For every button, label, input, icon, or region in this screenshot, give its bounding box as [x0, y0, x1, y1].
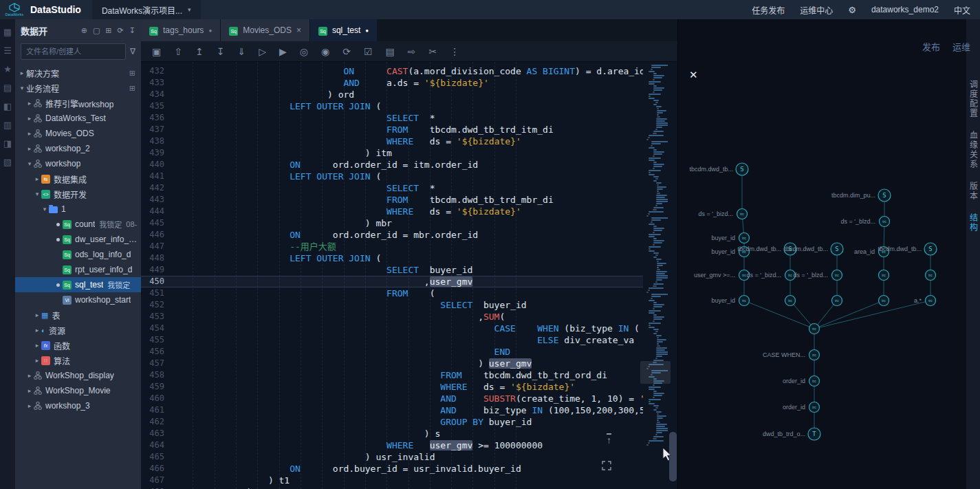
scrollbar-thumb[interactable] [669, 432, 677, 481]
scroll-to-top-button[interactable]: ↑ [607, 433, 611, 446]
tree-item[interactable]: ▸WorkShop_Movie [15, 383, 141, 398]
fullscreen-button[interactable] [602, 461, 611, 472]
dag-node[interactable]: trcorder_id [783, 402, 820, 413]
chevron-down-icon[interactable]: ▾ [41, 206, 49, 213]
code-line[interactable]: 435 LEFT OUTER JOIN ( [141, 100, 643, 112]
tree-item[interactable]: Sqods_log_info_d [15, 247, 141, 262]
code-line[interactable]: 456 END [141, 346, 643, 358]
menu-ops-center[interactable]: 运维中心 [800, 4, 833, 16]
tree-item[interactable]: ▸workshop_3 [15, 398, 141, 413]
code-line[interactable]: 467 ) t1 [141, 475, 643, 486]
chevron-right-icon[interactable]: ▸ [33, 342, 41, 349]
code-line[interactable]: 443 FROM tbcdm.dwd_tb_trd_mbr_di [141, 194, 643, 206]
chevron-right-icon[interactable]: ▸ [25, 145, 34, 152]
dag-node[interactable]: trca.* [914, 296, 936, 306]
dag-node[interactable]: trcorder_id [783, 376, 820, 387]
dag-node[interactable]: trc [809, 324, 820, 334]
minimap-viewport[interactable] [640, 361, 671, 384]
tree-item[interactable]: ▸DataWorks_Test [15, 111, 141, 126]
ops-button[interactable]: 运维 [952, 40, 970, 53]
code-line[interactable]: 459 WHERE ds = '${bizdate}' [141, 381, 643, 393]
chevron-down-icon[interactable]: ▾ [33, 191, 41, 197]
tab-scheduling-config[interactable]: 调度配置 [968, 80, 979, 118]
close-tab-icon[interactable]: × [296, 25, 301, 35]
tree-item[interactable]: Sqrpt_user_info_d [15, 262, 141, 277]
clone-icon[interactable]: ↧ [217, 47, 225, 56]
code-line[interactable]: 450 ,user_gmv [141, 276, 643, 287]
tree-item[interactable]: ▸◐资源 [15, 323, 141, 338]
stop-icon[interactable]: ◉ [321, 47, 329, 56]
reload-icon[interactable]: ⟳ [342, 47, 351, 56]
code-line[interactable]: 466 ON ord.buyer_id = usr_invalid.buyer_… [141, 463, 643, 475]
grid-icon[interactable]: ⊞ [129, 69, 141, 78]
tree-item[interactable]: ▸解决方案⊞ [15, 65, 141, 80]
dag-node[interactable]: Stbcdm.dwd_tb... [689, 163, 748, 175]
docs-icon[interactable]: ▤ [3, 83, 12, 92]
project-selector[interactable]: DataWorks演示项目... ▾ [92, 0, 201, 19]
code-line[interactable]: 436 SELECT * [141, 112, 643, 124]
code-line[interactable]: 446 ON ord.order_id = mbr.order_id [141, 229, 643, 241]
dag-node[interactable]: trcds = '_blzd... [794, 270, 842, 281]
panel-right-icon[interactable]: ◨ [3, 139, 12, 148]
dag-node[interactable]: trcds = '_blzd... [841, 217, 890, 227]
code-line[interactable]: 451 FROM ( [141, 287, 643, 299]
code-line[interactable]: 468 ) t2 [141, 486, 643, 489]
account-name[interactable]: dataworks_demo2 [871, 5, 939, 14]
dag-node[interactable]: trc [879, 296, 889, 306]
run-icon[interactable]: ▷ [259, 47, 266, 56]
minimap[interactable] [643, 62, 668, 489]
code-line[interactable]: 463 ) s [141, 428, 643, 439]
menu-task-publish[interactable]: 任务发布 [752, 4, 785, 16]
code-line[interactable]: 438 WHERE ds = '${bizdate}' [141, 135, 643, 147]
code-line[interactable]: 444 WHERE ds = '${bizdate}' [141, 206, 643, 217]
code-line[interactable]: 461 AND biz_type IN (100,150,200,300,5 [141, 404, 643, 416]
code-line[interactable]: 453 ,SUM( [141, 311, 643, 323]
panel-left-icon[interactable]: ◧ [3, 102, 12, 111]
steal-lock-icon[interactable]: ↥ [195, 47, 204, 56]
tree-item[interactable]: ▸fx函数 [15, 338, 141, 353]
dag-node[interactable]: Tdwd_tb_trd_o... [763, 428, 820, 440]
search-input[interactable] [21, 43, 126, 60]
chevron-right-icon[interactable]: ▸ [25, 130, 34, 137]
refresh-icon[interactable]: ⟳ [118, 27, 124, 34]
chevron-right-icon[interactable]: ▸ [18, 69, 26, 76]
tree-item[interactable]: ▸Movies_ODS [15, 126, 141, 141]
tree-item[interactable]: ▸workshop_2 [15, 141, 141, 156]
code-line[interactable]: 433 AND a.ds = '${bizdate}' [141, 77, 643, 89]
grid-icon[interactable]: ⊞ [129, 84, 141, 93]
dag-node[interactable]: trcbuyer_id [711, 296, 749, 306]
tree-item[interactable]: ▸▦表 [15, 307, 141, 323]
tree-item[interactable]: Sqdw_user_info_all_ [15, 232, 141, 247]
code-line[interactable]: 432 ON CAST(a.mord_division_code AS BIGI… [141, 65, 643, 77]
code-line[interactable]: 455 ELSE div_create_va [141, 334, 643, 346]
new-file-icon[interactable]: ▢ [93, 27, 100, 34]
filter-icon[interactable]: ∇ [130, 47, 135, 56]
code-line[interactable]: 460 AND SUBSTR(create_time, 1, 10) = ' [141, 393, 643, 404]
board-icon[interactable]: ⊞ [105, 27, 111, 34]
chevron-right-icon[interactable]: ▸ [25, 402, 34, 409]
submit-icon[interactable]: ⇧ [174, 47, 182, 56]
favorites-icon[interactable]: ★ [3, 65, 12, 74]
dag-node[interactable]: trcCASE WHEN... [763, 350, 820, 360]
tab-structure[interactable]: 结构 [968, 213, 979, 232]
tab-Movies_ODS[interactable]: SqMovies_ODS× [221, 19, 310, 41]
code-line[interactable]: 448 LEFT OUTER JOIN ( [141, 252, 643, 264]
tree-item[interactable]: ▾workshop [15, 156, 141, 171]
tree-item[interactable]: ▾业务流程⊞ [15, 80, 141, 96]
code-line[interactable]: 434 ) ord [141, 89, 643, 100]
tree-item[interactable]: Viworkshop_start [15, 292, 141, 307]
dataworks-logo[interactable]: DataWorks [0, 3, 29, 17]
dag-node[interactable]: Stbcdm.dim_pu... [831, 189, 891, 202]
download-icon[interactable]: ⇓ [237, 47, 246, 56]
chevron-right-icon[interactable]: ▸ [25, 387, 34, 394]
tab-tags_hours[interactable]: Sqtags_hours● [141, 19, 221, 41]
code-line[interactable]: 465 ) usr_invalid [141, 451, 643, 463]
run-with-params-icon[interactable]: ▶ [279, 47, 287, 56]
dag-node[interactable]: trc [879, 270, 889, 281]
code-line[interactable]: 442 SELECT * [141, 182, 643, 194]
user-add-icon[interactable]: ⊕ [81, 27, 87, 34]
chevron-down-icon[interactable]: ▾ [18, 85, 26, 91]
code-line[interactable]: 445 ) mbr [141, 217, 643, 229]
dag-node[interactable]: trc [785, 296, 796, 306]
more-icon[interactable]: ⋮ [450, 47, 459, 56]
